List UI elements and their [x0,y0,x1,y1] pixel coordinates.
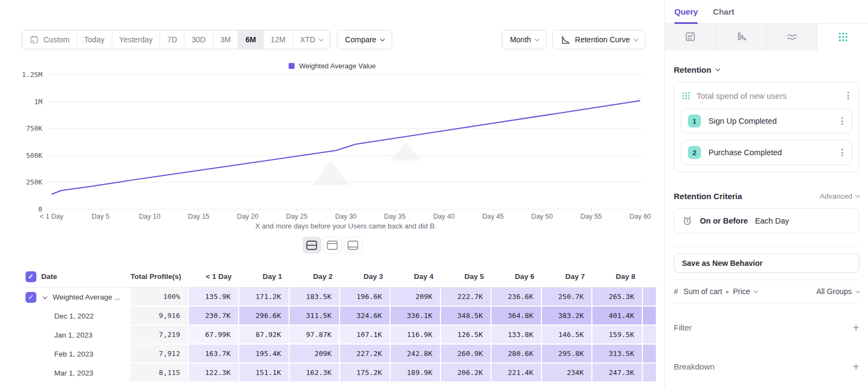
value-cell: 116.9K [391,326,441,345]
value-cell: 247.3K [592,364,643,383]
measure-event-dropdown[interactable]: Sum of cart ▸ Price [684,287,757,296]
value-cell: 280.6K [492,345,542,364]
select-all-checkbox[interactable]: ✓ [25,271,36,282]
divider [674,246,859,247]
retention-line-series [0,0,665,234]
all-groups-dropdown[interactable]: All Groups [816,287,859,296]
criteria-title: Retention Criteria [674,192,742,201]
number-property-icon: # [674,287,678,296]
kebab-menu-icon[interactable] [839,115,845,127]
column-header: Day 7 [542,266,592,288]
caret-right-icon: ▸ [726,288,729,295]
report-type-switcher [665,24,868,50]
value-cell: 209K [290,345,340,364]
value-cell: 227.2K [340,345,391,364]
advanced-dropdown[interactable]: Advanced [820,192,859,200]
column-header: Day 2 [290,266,340,288]
section-title: Retention [674,65,711,74]
breakdown-section: Breakdown + [674,361,859,372]
tab-query[interactable]: Query [674,0,698,23]
value-cell: 295.8K [542,345,592,364]
column-header: < 1 Day [189,266,239,288]
save-as-new-behavior-button[interactable]: Save as New Behavior [674,253,859,273]
event-card[interactable]: 2Purchase Completed [681,140,852,165]
value-cell: 209K [391,288,441,307]
chevron-down-icon [856,193,860,198]
split-rows-toggle-button[interactable] [303,237,321,253]
table-row: Mar 1, 20238,115122.3K151.1K162.3K175.2K… [22,364,657,383]
retention-icon[interactable] [818,24,868,50]
column-header-partial [643,266,657,288]
retention-grid-icon [682,92,690,100]
query-panel: Query Chart [665,0,868,388]
flows-icon[interactable] [767,24,818,50]
column-header: Day 3 [340,266,391,288]
criteria-condition: On or Before [700,217,748,225]
row-label: Jan 1, 2023 [22,331,93,339]
value-cell: 189.9K [391,364,441,383]
panel-bottom-icon [347,240,359,250]
value-cell-clipped [643,307,657,326]
value-cell: 133.8K [492,326,542,345]
value-cell: 135.9K [189,288,239,307]
value-cell: 383.2K [542,307,592,326]
value-cell: 67.99K [189,326,239,345]
funnels-icon[interactable] [716,24,767,50]
value-cell: 87.92K [239,326,290,345]
date-cell: Feb 1, 2023 [22,345,130,364]
value-cell: 151.1K [239,364,290,383]
table-header-row: ✓DateTotal Profile(s)< 1 DayDay 1Day 2Da… [22,266,657,288]
table-row: Dec 1, 20229,916230.7K296.6K311.5K324.6K… [22,307,657,326]
measure-row: # Sum of cart ▸ Price All Groups [674,279,859,303]
value-cell-clipped [643,326,657,345]
total-profiles-cell: 9,916 [130,307,189,326]
value-cell: 296.6K [239,307,290,326]
value-cell: 260.9K [441,345,492,364]
event-label: Purchase Completed [709,148,782,157]
column-header: Total Profile(s) [130,266,189,288]
criteria-card[interactable]: On or Before Each Day [674,208,859,233]
date-cell: Jan 1, 2023 [22,326,130,345]
behavior-title: Total spend of new users [697,91,787,100]
expand-row-icon[interactable] [43,294,47,298]
kebab-menu-icon[interactable] [839,147,845,158]
event-card[interactable]: 1Sign Up Completed [681,109,852,133]
date-cell[interactable]: ✓Weighted Average ... [22,288,130,307]
retention-section-dropdown[interactable]: Retention [674,65,859,74]
add-filter-icon[interactable]: + [853,322,859,333]
layout-toggle-group [0,237,665,253]
row-label: Weighted Average ... [53,293,120,301]
panel-bottom-toggle-button[interactable] [344,237,362,253]
value-cell: 175.2K [340,364,391,383]
value-cell-clipped [643,288,657,307]
summary-row-flex: ✓Weighted Average ... [22,292,130,303]
value-cell: 222.7K [441,288,492,307]
value-cell: 313.5K [592,345,643,364]
chevron-down-icon [856,288,860,292]
panel-top-toggle-button[interactable] [323,237,342,253]
value-cell: 348.5K [441,307,492,326]
event-step-badge: 2 [688,146,701,159]
value-cell: 126.5K [441,326,492,345]
behavior-title-row: Total spend of new users [674,82,859,109]
column-header: Day 8 [592,266,643,288]
tab-chart[interactable]: Chart [713,0,734,23]
table-row: Jan 1, 20237,21967.99K87.92K97.87K107.1K… [22,326,657,345]
column-header: Day 6 [492,266,542,288]
value-cell: 163.7K [189,345,239,364]
value-cell: 236.6K [492,288,542,307]
value-cell: 364.8K [492,307,542,326]
value-cell-clipped [643,364,657,383]
row-label: Mar 1, 2023 [22,369,93,377]
insights-icon[interactable] [665,24,716,50]
value-cell: 159.5K [592,326,643,345]
value-cell: 311.5K [290,307,340,326]
criteria-value: Each Day [755,217,789,225]
value-cell: 196.6K [340,288,391,307]
add-breakdown-icon[interactable]: + [853,361,859,372]
row-checkbox[interactable]: ✓ [25,292,36,303]
kebab-menu-icon[interactable] [845,90,851,101]
total-profiles-cell: 7,912 [130,345,189,364]
alarm-clock-icon [682,215,693,226]
date-cell: Mar 1, 2023 [22,364,130,383]
